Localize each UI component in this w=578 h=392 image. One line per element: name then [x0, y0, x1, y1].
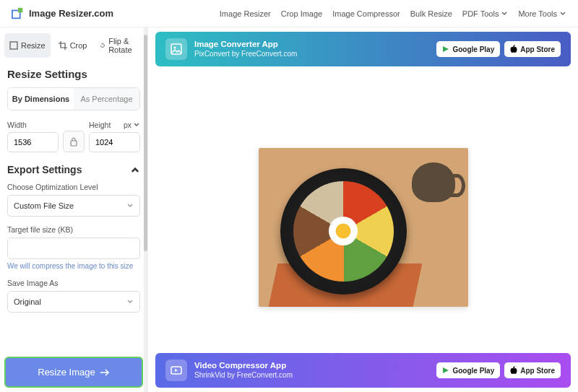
height-input[interactable]: [89, 132, 140, 152]
nav-image-compressor[interactable]: Image Compressor: [332, 9, 400, 18]
resize-mode-toggle: By Dimensions As Percentage: [7, 87, 140, 110]
chevron-down-icon: [559, 10, 566, 17]
image-preview[interactable]: [259, 148, 468, 307]
chevron-down-icon: [126, 298, 134, 305]
brand-text: Image Resizer.com: [29, 8, 113, 19]
target-size-input[interactable]: [7, 238, 140, 259]
google-play-button[interactable]: Google Play: [436, 41, 500, 57]
unit-selector[interactable]: px: [124, 121, 140, 129]
ad-top-subtitle: PixConvert by FreeConvert.com: [194, 50, 297, 58]
apple-icon: [510, 45, 517, 53]
video-icon: [165, 360, 187, 381]
svg-point-5: [174, 47, 176, 49]
resize-image-button[interactable]: Resize Image: [4, 357, 143, 388]
brand-logo[interactable]: Image Resizer.com: [12, 7, 113, 20]
ad-banner-bottom: Video Compressor App ShrinkVid by FreeCo…: [155, 353, 571, 388]
rotate-icon: [100, 41, 105, 50]
image-canvas: [155, 66, 571, 388]
target-size-label: Target file size (KB): [7, 225, 140, 234]
logo-icon: [12, 7, 25, 20]
chevron-down-icon: [501, 10, 508, 17]
export-settings-title: Export Settings: [7, 164, 82, 175]
tab-flip-rotate[interactable]: Flip & Rotate: [95, 33, 143, 58]
tool-tabs: Resize Crop Flip & Rotate: [4, 33, 143, 58]
app-store-button[interactable]: App Store: [504, 41, 561, 57]
svg-rect-2: [10, 42, 17, 49]
app-store-button[interactable]: App Store: [504, 362, 561, 378]
save-as-label: Save Image As: [7, 279, 140, 287]
nav-image-resizer[interactable]: Image Resizer: [220, 9, 271, 18]
tab-crop[interactable]: Crop: [53, 33, 92, 58]
play-icon: [442, 45, 449, 53]
image-icon: [165, 38, 187, 60]
main-nav: Image Resizer Crop Image Image Compresso…: [220, 9, 566, 18]
resize-settings-title: Resize Settings: [7, 68, 140, 80]
mode-by-dimensions[interactable]: By Dimensions: [8, 88, 74, 110]
google-play-button[interactable]: Google Play: [436, 362, 500, 378]
optimization-label: Choose Optimization Level: [7, 183, 140, 191]
nav-bulk-resize[interactable]: Bulk Resize: [410, 9, 452, 18]
width-label: Width: [7, 121, 59, 129]
crop-icon: [59, 41, 67, 50]
nav-pdf-tools[interactable]: PDF Tools: [462, 9, 509, 18]
chevron-up-icon: [130, 165, 140, 175]
width-input[interactable]: [7, 132, 59, 152]
sidebar: Resize Crop Flip & Rotate Resize Setting…: [0, 27, 148, 392]
resize-icon: [9, 41, 18, 50]
main-area: Image Converter App PixConvert by FreeCo…: [148, 27, 578, 392]
svg-rect-1: [18, 7, 22, 12]
aspect-lock-button[interactable]: [63, 131, 85, 152]
chevron-down-icon: [133, 121, 140, 129]
mode-as-percentage[interactable]: As Percentage: [74, 88, 139, 110]
ad-bot-title: Video Compressor App: [194, 361, 293, 371]
arrow-right-icon: [100, 368, 110, 377]
app-body: Resize Crop Flip & Rotate Resize Setting…: [0, 27, 578, 392]
apple-icon: [510, 366, 517, 375]
save-as-select[interactable]: Original: [7, 291, 140, 313]
export-settings-toggle[interactable]: Export Settings: [7, 164, 140, 175]
chevron-down-icon: [126, 202, 134, 209]
ad-banner-top: Image Converter App PixConvert by FreeCo…: [155, 32, 571, 66]
lock-icon: [69, 136, 78, 147]
play-icon: [442, 367, 449, 374]
nav-more-tools[interactable]: More Tools: [518, 9, 566, 18]
nav-crop-image[interactable]: Crop Image: [281, 9, 322, 18]
svg-rect-3: [71, 141, 77, 146]
ad-bot-subtitle: ShrinkVid by FreeConvert.com: [194, 371, 293, 380]
dimensions-row: Width Height px: [7, 121, 140, 152]
tab-resize[interactable]: Resize: [4, 33, 51, 58]
ad-top-title: Image Converter App: [194, 40, 297, 50]
target-size-hint: We will compress the image to this size: [7, 262, 140, 270]
height-label: Height: [89, 121, 111, 129]
optimization-select[interactable]: Custom File Size: [7, 195, 140, 217]
sidebar-scrollbar[interactable]: [144, 27, 147, 392]
app-header: Image Resizer.com Image Resizer Crop Ima…: [0, 0, 578, 27]
